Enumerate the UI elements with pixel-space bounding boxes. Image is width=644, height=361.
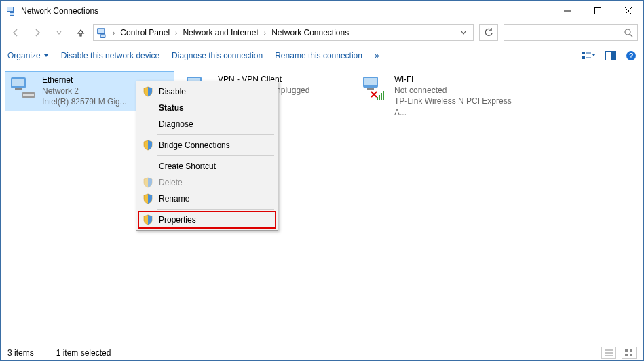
organize-label: Organize	[7, 51, 41, 60]
more-commands-button[interactable]: »	[375, 51, 379, 60]
menu-properties[interactable]: Properties	[138, 212, 276, 228]
menu-status[interactable]: Status	[138, 100, 276, 116]
connection-text: Ethernet Network 2 Intel(R) 82579LM Gig.…	[42, 75, 127, 108]
chevron-right-icon[interactable]: ›	[111, 29, 116, 37]
window: Network Connections › Control Panel › Ne…	[0, 0, 644, 361]
svg-rect-15	[582, 56, 585, 59]
breadcrumb-dropdown[interactable]	[457, 30, 470, 35]
preview-pane-icon[interactable]	[605, 51, 616, 60]
svg-point-12	[625, 29, 630, 35]
details-view-button[interactable]	[601, 347, 616, 359]
breadcrumb-icon	[96, 26, 109, 39]
help-icon[interactable]: ?	[626, 50, 637, 61]
status-selected: 1 item selected	[56, 348, 111, 358]
menu-shortcut[interactable]: Create Shortcut	[138, 158, 276, 174]
menu-label: Bridge Connections	[159, 140, 230, 150]
breadcrumb[interactable]: › Control Panel › Network and Internet ›…	[93, 24, 474, 41]
menu-label: Properties	[159, 215, 196, 225]
svg-rect-47	[630, 354, 632, 356]
wifi-icon	[360, 74, 390, 101]
svg-rect-35	[377, 97, 378, 100]
toolbar-right: ?	[582, 50, 637, 61]
status-separator	[45, 348, 45, 358]
menu-label: Disable	[159, 87, 186, 96]
svg-rect-9	[98, 28, 104, 33]
breadcrumb-leaf[interactable]: Network Connections	[269, 28, 352, 37]
connection-wifi[interactable]: Wi-Fi Not connected TP-Link Wireless N P…	[358, 71, 527, 121]
shield-icon	[143, 140, 153, 151]
menu-label: Create Shortcut	[159, 162, 216, 171]
breadcrumb-root[interactable]: Control Panel	[117, 28, 172, 37]
shield-icon	[143, 86, 153, 97]
menu-disable[interactable]: Disable	[138, 83, 276, 100]
content-area: Ethernet Network 2 Intel(R) 82579LM Gig.…	[1, 67, 643, 344]
svg-line-13	[630, 34, 632, 37]
menu-delete: Delete	[138, 174, 276, 191]
svg-rect-14	[582, 52, 585, 54]
forward-button[interactable]	[28, 23, 47, 42]
svg-rect-26	[23, 94, 34, 96]
menu-label: Diagnose	[159, 119, 193, 129]
svg-rect-19	[611, 52, 615, 60]
svg-rect-45	[630, 349, 632, 352]
toolbar: Organize Disable this network device Dia…	[1, 44, 643, 67]
svg-rect-38	[383, 91, 384, 100]
connection-text: Wi-Fi Not connected TP-Link Wireless N P…	[394, 74, 525, 118]
rename-button[interactable]: Rename this connection	[275, 51, 362, 60]
maximize-button[interactable]	[582, 1, 613, 21]
svg-rect-34	[367, 88, 374, 90]
menu-label: Rename	[159, 194, 189, 204]
menu-bridge[interactable]: Bridge Connections	[138, 137, 276, 153]
window-buttons	[552, 1, 643, 21]
chevron-right-icon[interactable]: ›	[174, 29, 178, 37]
menu-rename[interactable]: Rename	[138, 191, 276, 207]
icons-view-button[interactable]	[622, 347, 637, 359]
titlebar: Network Connections	[1, 1, 643, 21]
svg-rect-37	[381, 93, 382, 100]
connection-network: Network 2	[42, 86, 127, 96]
menu-diagnose[interactable]: Diagnose	[138, 116, 276, 132]
svg-rect-24	[15, 88, 22, 90]
connections-list: Ethernet Network 2 Intel(R) 82579LM Gig.…	[5, 71, 639, 121]
recent-dropdown[interactable]	[50, 23, 69, 42]
nav-row: › Control Panel › Network and Internet ›…	[1, 21, 643, 44]
connection-status: Not connected	[394, 85, 525, 96]
minimize-button[interactable]	[552, 1, 582, 21]
view-options-icon[interactable]	[582, 51, 596, 60]
svg-rect-44	[625, 349, 628, 352]
disable-device-button[interactable]: Disable this network device	[61, 51, 159, 60]
search-icon[interactable]	[624, 28, 633, 37]
connection-name: Ethernet	[42, 75, 127, 86]
chevron-down-icon	[43, 53, 49, 58]
breadcrumb-mid[interactable]: Network and Internet	[180, 28, 261, 37]
organize-button[interactable]: Organize	[7, 51, 49, 60]
chevron-right-icon[interactable]: ›	[263, 29, 267, 37]
close-button[interactable]	[613, 1, 643, 21]
connection-name: Wi-Fi	[394, 74, 525, 85]
svg-rect-46	[625, 354, 628, 356]
svg-rect-36	[379, 95, 380, 100]
svg-rect-23	[12, 79, 24, 86]
connection-adapter: Intel(R) 82579LM Gig...	[42, 96, 127, 107]
menu-separator	[157, 209, 274, 210]
menu-label: Delete	[159, 178, 183, 187]
shield-icon	[143, 177, 153, 188]
shield-icon	[143, 214, 153, 225]
search-input[interactable]	[508, 28, 624, 37]
menu-separator	[157, 134, 274, 135]
ethernet-icon	[8, 75, 38, 102]
search-box[interactable]	[504, 24, 638, 41]
up-button[interactable]	[71, 23, 90, 42]
status-view-buttons	[601, 347, 637, 359]
svg-rect-5	[594, 8, 601, 14]
shield-icon	[143, 193, 153, 204]
menu-separator	[157, 155, 274, 156]
svg-rect-1	[7, 7, 13, 11]
context-menu: Disable Status Diagnose Bridge Connectio…	[136, 81, 278, 231]
refresh-button[interactable]	[479, 24, 498, 41]
connection-adapter: TP-Link Wireless N PCI Express A...	[394, 96, 525, 117]
back-button[interactable]	[6, 23, 25, 42]
app-icon	[6, 5, 17, 16]
diagnose-button[interactable]: Diagnose this connection	[172, 51, 263, 60]
window-title: Network Connections	[21, 6, 98, 16]
